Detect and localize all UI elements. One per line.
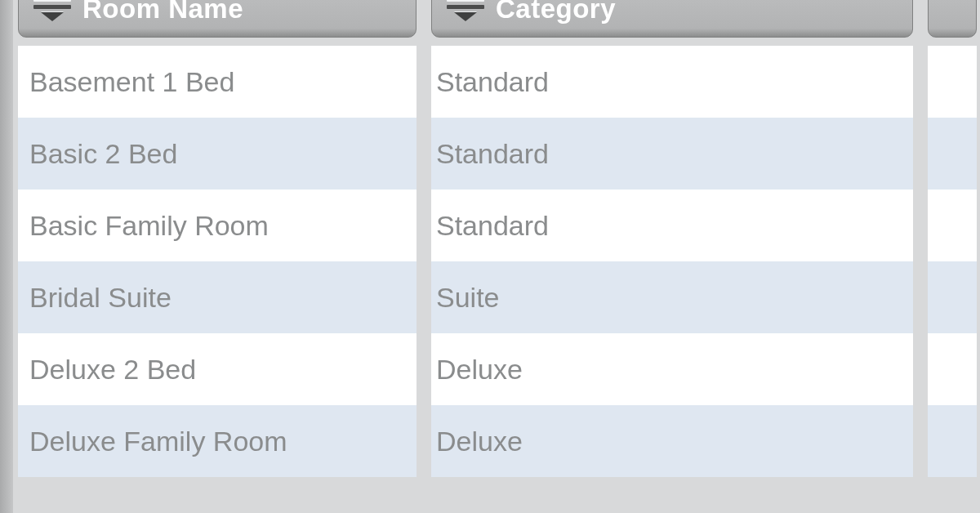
column-body-room-name: Basement 1 Bed Basic 2 Bed Basic Family … bbox=[18, 46, 416, 477]
column-header-label: Room Name bbox=[82, 0, 243, 25]
cell-text: Basic Family Room bbox=[29, 210, 269, 242]
cell-text: Deluxe 2 Bed bbox=[29, 354, 196, 386]
table-cell[interactable]: Standard bbox=[431, 46, 913, 118]
table-cell[interactable]: Deluxe bbox=[431, 333, 913, 405]
column-extra bbox=[928, 0, 977, 477]
sort-descending-icon bbox=[41, 12, 64, 21]
cell-text: Standard bbox=[436, 210, 549, 242]
table-cell[interactable] bbox=[928, 261, 977, 333]
sort-toggle-room-name[interactable] bbox=[33, 0, 73, 23]
table-cell[interactable]: Deluxe 2 Bed bbox=[18, 333, 416, 405]
table-cell[interactable] bbox=[928, 190, 977, 261]
table-cell[interactable] bbox=[928, 333, 977, 405]
table-cell[interactable]: Deluxe bbox=[431, 405, 913, 477]
sort-bar-icon bbox=[447, 0, 484, 2]
cell-text: Standard bbox=[436, 138, 549, 170]
column-header-category[interactable]: Category bbox=[431, 0, 913, 38]
table-cell[interactable]: Standard bbox=[431, 190, 913, 261]
column-room-name: Room Name Basement 1 Bed Basic 2 Bed Bas… bbox=[18, 0, 416, 477]
sort-descending-icon bbox=[454, 12, 477, 21]
column-header-label: Category bbox=[496, 0, 616, 25]
cell-text: Basement 1 Bed bbox=[29, 66, 234, 98]
table-cell[interactable]: Standard bbox=[431, 118, 913, 190]
sort-bar-icon bbox=[33, 0, 71, 2]
cell-text: Bridal Suite bbox=[29, 282, 172, 314]
cell-text: Deluxe bbox=[436, 426, 523, 457]
column-body-category: Standard Standard Standard Suite Deluxe … bbox=[431, 46, 913, 477]
cell-text: Deluxe bbox=[436, 354, 523, 386]
rooms-table: Room Name Basement 1 Bed Basic 2 Bed Bas… bbox=[0, 0, 980, 477]
cell-text: Standard bbox=[436, 66, 549, 98]
column-header-room-name[interactable]: Room Name bbox=[18, 0, 416, 38]
table-cell[interactable] bbox=[928, 118, 977, 190]
sort-bar-icon bbox=[447, 5, 484, 9]
table-cell[interactable] bbox=[928, 46, 977, 118]
table-cell[interactable] bbox=[928, 405, 977, 477]
column-body-extra bbox=[928, 46, 977, 477]
table-cell[interactable]: Suite bbox=[431, 261, 913, 333]
table-cell[interactable]: Basement 1 Bed bbox=[18, 46, 416, 118]
table-cell[interactable]: Deluxe Family Room bbox=[18, 405, 416, 477]
cell-text: Suite bbox=[436, 282, 500, 314]
cell-text: Basic 2 Bed bbox=[29, 138, 177, 170]
sort-toggle-category[interactable] bbox=[447, 0, 486, 23]
table-cell[interactable]: Bridal Suite bbox=[18, 261, 416, 333]
column-category: Category Standard Standard Standard Suit… bbox=[431, 0, 913, 477]
table-cell[interactable]: Basic 2 Bed bbox=[18, 118, 416, 190]
sort-bar-icon bbox=[33, 5, 71, 9]
column-header-extra[interactable] bbox=[928, 0, 977, 38]
cell-text: Deluxe Family Room bbox=[29, 426, 287, 457]
table-cell[interactable]: Basic Family Room bbox=[18, 190, 416, 261]
